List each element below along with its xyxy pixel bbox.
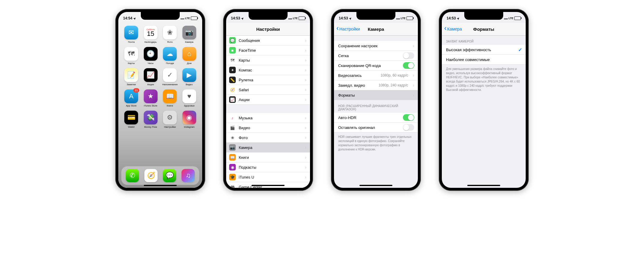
settings-row-facetime[interactable]: ■FaceTime bbox=[226, 45, 310, 55]
app-wallet[interactable]: 💳Wallet bbox=[123, 111, 140, 128]
chevron-left-icon bbox=[336, 27, 339, 31]
chevron-right-icon bbox=[305, 135, 306, 140]
chevron-right-icon bbox=[305, 185, 306, 188]
settings-row-книги[interactable]: 📖Книги bbox=[226, 153, 310, 162]
app-видео[interactable]: ▶Видео bbox=[181, 68, 198, 86]
app-часы[interactable]: 🕙Часы bbox=[142, 47, 160, 65]
row-label: Книги bbox=[239, 155, 302, 160]
chevron-right-icon bbox=[305, 115, 306, 120]
settings-row-видео[interactable]: 🎬Видео bbox=[226, 123, 310, 133]
settings-row-рулетка[interactable]: 📏Рулетка bbox=[226, 75, 310, 85]
home-indicator[interactable] bbox=[144, 185, 177, 186]
settings-row-фото[interactable]: ❀Фото bbox=[226, 133, 310, 143]
row-label: Оставлять оригинал bbox=[338, 125, 400, 130]
chevron-right-icon bbox=[413, 43, 414, 48]
settings-row-камера[interactable]: 📷Камера bbox=[226, 143, 310, 153]
dock-app[interactable]: ♫ bbox=[182, 169, 195, 182]
app-icon: 📝 bbox=[124, 68, 138, 82]
location-icon: ➤ bbox=[348, 16, 352, 20]
chevron-right-icon bbox=[305, 165, 306, 170]
settings-row-музыка[interactable]: ♪Музыка bbox=[226, 113, 310, 123]
app-label: Камера bbox=[185, 41, 193, 43]
settings-list-1: 💬Сообщения■FaceTime🗺Карты✦Компас📏Рулетка… bbox=[226, 36, 310, 105]
app-label: Книги bbox=[167, 104, 173, 107]
app-здоровье[interactable]: ♥Здоровье bbox=[181, 89, 198, 107]
app-акции[interactable]: 📈Акции bbox=[142, 68, 160, 86]
toggle[interactable] bbox=[403, 124, 414, 131]
toggle[interactable] bbox=[403, 52, 414, 59]
lte-label: LTE bbox=[293, 17, 298, 20]
chevron-right-icon bbox=[305, 58, 306, 63]
settings-row-карты[interactable]: 🗺Карты bbox=[226, 55, 310, 65]
signal-icon bbox=[180, 16, 184, 20]
settings-row-сообщения[interactable]: 💬Сообщения bbox=[226, 36, 310, 45]
camera-row-оставлять-оригинал[interactable]: Оставлять оригинал bbox=[334, 123, 418, 132]
toggle[interactable] bbox=[403, 62, 414, 69]
phone-formats: 14:53➤ LTE Камера Форматы ЗАХВАТ КАМЕРОЙ… bbox=[439, 9, 529, 191]
nav-bar: Настройки bbox=[226, 23, 310, 36]
status-time: 14:53 bbox=[231, 16, 240, 20]
row-icon: 🎓 bbox=[229, 174, 236, 180]
back-button[interactable]: Настройки bbox=[336, 27, 360, 31]
settings-row-подкасты[interactable]: ◉Подкасты bbox=[226, 162, 310, 172]
home-indicator[interactable] bbox=[359, 185, 392, 186]
app-дом[interactable]: ⌂Дом bbox=[181, 47, 198, 65]
app-money flow[interactable]: 💸Money Flow bbox=[142, 111, 160, 128]
dock-app[interactable]: ✆ bbox=[126, 169, 139, 182]
home-grid: ✉ПочтаСуббота15Календарь❀Фото📷Камера🗺Кар… bbox=[118, 23, 202, 128]
camera-row-форматы[interactable]: Форматы bbox=[334, 90, 418, 100]
dock-app[interactable]: 💬 bbox=[163, 169, 176, 182]
settings-row-safari[interactable]: 🧭Safari bbox=[226, 85, 310, 95]
app-itunes store[interactable]: ★iTunes Store bbox=[142, 89, 160, 107]
row-icon: 📏 bbox=[229, 77, 236, 83]
formats-section-header: ЗАХВАТ КАМЕРОЙ bbox=[442, 36, 526, 45]
app-погода[interactable]: ☁Погода bbox=[161, 47, 179, 65]
app-label: Настройки bbox=[164, 126, 176, 128]
dock-app[interactable]: 🧭 bbox=[144, 169, 158, 182]
app-фото[interactable]: ❀Фото bbox=[161, 26, 179, 43]
app-label: Карты bbox=[128, 62, 135, 65]
app-label: Здоровье bbox=[184, 104, 195, 107]
app-label: Почта bbox=[128, 41, 134, 43]
lte-label: LTE bbox=[401, 17, 406, 20]
settings-row-itunes u[interactable]: 🎓iTunes U bbox=[226, 172, 310, 182]
app-напоминания[interactable]: ✓Напоминания bbox=[161, 68, 179, 86]
app-календарь[interactable]: Суббота15Календарь bbox=[142, 26, 160, 43]
row-label: Safari bbox=[239, 88, 302, 92]
signal-icon bbox=[504, 16, 508, 20]
home-indicator[interactable] bbox=[467, 185, 500, 186]
row-label: Фото bbox=[239, 135, 302, 140]
app-instagram[interactable]: ◉Instagram bbox=[181, 111, 198, 128]
back-button[interactable]: Камера bbox=[444, 27, 462, 31]
back-label: Камера bbox=[447, 27, 462, 31]
settings-row-акции[interactable]: 📈Акции bbox=[226, 95, 310, 105]
format-option-высокая-эффективность[interactable]: Высокая эффективность✓ bbox=[442, 45, 526, 55]
home-indicator[interactable] bbox=[252, 185, 285, 186]
row-icon: 📖 bbox=[229, 154, 236, 161]
camera-row-видеозапись[interactable]: Видеозапись1080p, 60 кадр/с bbox=[334, 71, 418, 80]
toggle[interactable] bbox=[403, 114, 414, 121]
settings-row-компас[interactable]: ✦Компас bbox=[226, 65, 310, 75]
app-почта[interactable]: ✉Почта bbox=[123, 26, 140, 43]
app-заметки[interactable]: 📝Заметки bbox=[123, 68, 140, 86]
camera-row-сканирование-qr-кода[interactable]: Сканирование QR-кода bbox=[334, 61, 418, 71]
camera-list: Сохранение настроекСеткаСканирование QR-… bbox=[334, 41, 418, 100]
row-label: Замедл. видео bbox=[338, 83, 376, 88]
app-книги[interactable]: 📖Книги bbox=[161, 89, 179, 107]
app-label: Видео bbox=[186, 83, 193, 86]
app-настройки[interactable]: ⚙Настройки bbox=[161, 111, 179, 128]
camera-row-сетка[interactable]: Сетка bbox=[334, 51, 418, 61]
app-icon: 🕙 bbox=[144, 47, 158, 61]
formats-footer: Для уменьшения размера файла снимайте фо… bbox=[442, 65, 526, 96]
camera-row-авто-hdr[interactable]: Авто-HDR bbox=[334, 113, 418, 123]
camera-row-сохранение-настроек[interactable]: Сохранение настроек bbox=[334, 41, 418, 51]
app-app store[interactable]: A21App Store bbox=[123, 89, 140, 107]
app-камера[interactable]: 📷Камера bbox=[181, 26, 198, 43]
format-option-наиболее-совместимые[interactable]: Наиболее совместимые bbox=[442, 55, 526, 65]
chevron-right-icon bbox=[305, 125, 306, 130]
app-карты[interactable]: 🗺Карты bbox=[123, 47, 140, 65]
location-icon: ➤ bbox=[132, 16, 136, 20]
app-icon: ★ bbox=[144, 89, 158, 103]
row-label: Форматы bbox=[338, 93, 410, 97]
camera-row-замедл.-видео[interactable]: Замедл. видео1080p, 240 кадр/с bbox=[334, 80, 418, 90]
